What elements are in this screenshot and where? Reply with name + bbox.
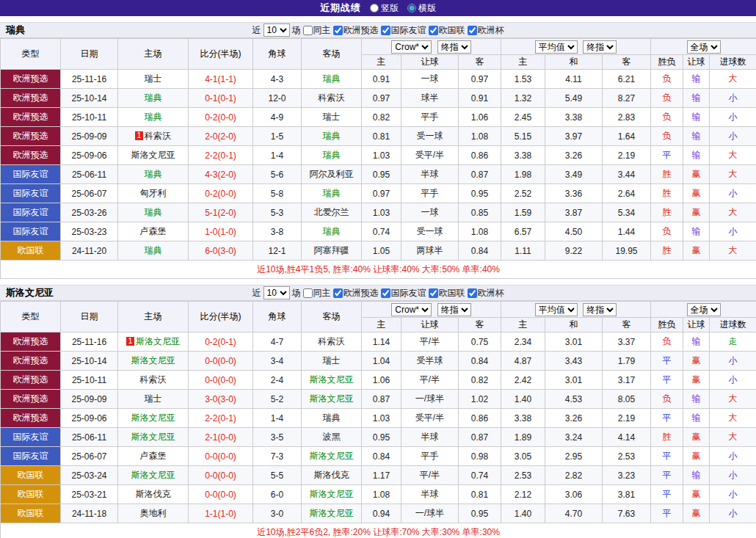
view-option-vertical[interactable]: 竖版 [370, 2, 399, 15]
result-goals: 小 [710, 184, 756, 203]
sub-header-away-odds: 客 [459, 55, 501, 70]
bookmaker-select[interactable]: Crow* [391, 40, 432, 54]
crown-away-odds: 1.08 [459, 222, 501, 241]
crown-handicap: 受平/半 [401, 146, 459, 165]
filter-toggle-euro-cup[interactable]: 欧洲杯 [468, 287, 504, 299]
score: 4-3(2-0) [189, 165, 253, 184]
away-team: 瑞典 [302, 127, 362, 146]
sub-header-avg-away: 客 [603, 318, 651, 332]
filter-toggle-euro-qualifier[interactable]: 欧洲预选 [333, 24, 379, 37]
result-outcome: 平 [651, 504, 683, 523]
filter-checkbox[interactable] [468, 288, 477, 298]
match-row: 欧洲预选25-09-091科索沃2-0(2-0)1-5瑞典0.81受一球1.08… [1, 127, 756, 146]
filter-label: 国际友谊 [391, 24, 426, 37]
filter-checkbox[interactable] [333, 26, 343, 35]
filter-toggle-euro-cup[interactable]: 欧洲杯 [468, 24, 504, 37]
filter-checkbox[interactable] [381, 26, 390, 35]
filter-label: 国际友谊 [391, 287, 426, 299]
crown-handicap: 半球 [401, 165, 459, 184]
match-date: 25-03-21 [61, 485, 118, 504]
crown-away-odds: 0.97 [459, 70, 501, 89]
corners: 5-3 [253, 203, 302, 222]
crown-handicap: 一/球半 [401, 504, 459, 523]
match-row: 欧洲预选25-09-09瑞士3-0(3-0)5-2斯洛文尼亚0.87一/球半1.… [1, 390, 756, 409]
away-team: 瑞士 [302, 352, 362, 371]
away-team: 斯洛伐克 [302, 466, 362, 485]
avg-draw-odds: 3.01 [545, 371, 603, 390]
match-count-select[interactable]: 10 [263, 23, 290, 37]
result-handicap: 输 [683, 390, 710, 409]
avg-draw-odds: 3.97 [545, 127, 603, 146]
same-home-checkbox[interactable] [303, 26, 313, 35]
match-row: 国际友谊25-06-07卢森堡0-0(0-0)7-3斯洛文尼亚0.84平手0.9… [1, 447, 756, 466]
avg-home-odds: 3.38 [501, 409, 545, 428]
avg-draw-odds: 3.36 [545, 184, 603, 203]
crown-away-odds: 1.08 [459, 127, 501, 146]
filter-toggle-nations-league[interactable]: 欧国联 [429, 24, 465, 37]
team-label: 瑞士 [145, 393, 162, 404]
view-option-horizontal[interactable]: 横版 [407, 2, 436, 15]
scope-select[interactable]: 全场 [687, 303, 721, 316]
match-date: 25-10-14 [61, 352, 118, 371]
near-label: 近 [252, 24, 261, 37]
handicap-odds-group: Crow* 终指 [362, 302, 501, 318]
filter-checkbox[interactable] [429, 26, 438, 35]
filter-checkbox[interactable] [429, 288, 438, 298]
summary-row: 近10场,胜4平1负5, 胜率:40% 让球率:40% 大率:50% 单率:40… [1, 261, 756, 279]
scope-select[interactable]: 全场 [687, 40, 721, 54]
filter-toggle-nations-league[interactable]: 欧国联 [429, 287, 465, 299]
result-outcome: 平 [651, 146, 683, 165]
home-team: 瑞士 [118, 70, 189, 89]
filter-toggle-friendly[interactable]: 国际友谊 [381, 24, 426, 37]
same-home-toggle[interactable]: 同主 [303, 287, 331, 299]
average-stage-select[interactable]: 终指 [583, 40, 617, 54]
avg-home-odds: 1.40 [501, 504, 545, 523]
score: 6-0(3-0) [189, 241, 253, 261]
result-handicap: 输 [683, 108, 710, 127]
bookmaker-select[interactable]: Crow* [391, 303, 432, 316]
avg-draw-odds: 2.95 [545, 447, 603, 466]
match-count-select[interactable]: 10 [263, 286, 290, 299]
filter-checkbox[interactable] [333, 288, 343, 298]
filter-toggle-friendly[interactable]: 国际友谊 [381, 287, 426, 299]
crown-handicap: 一球 [401, 203, 459, 222]
result-goals: 大 [710, 241, 756, 261]
corners: 5-8 [253, 184, 302, 203]
same-home-checkbox[interactable] [303, 288, 313, 298]
handicap-stage-select[interactable]: 终指 [437, 40, 471, 54]
filter-toggle-euro-qualifier[interactable]: 欧洲预选 [333, 287, 379, 299]
team-label: 瑞典 [145, 92, 162, 103]
away-team: 斯洛文尼亚 [302, 447, 362, 466]
result-goals: 走 [710, 332, 756, 352]
match-row: 欧洲预选25-11-161斯洛文尼亚0-2(0-1)4-7科索沃1.14平/半0… [1, 332, 756, 352]
score: 5-1(2-0) [189, 203, 253, 222]
filter-checkbox[interactable] [468, 26, 477, 35]
match-row: 欧洲预选25-10-11瑞典0-2(0-0)4-9瑞士0.82平手1.062.4… [1, 108, 756, 127]
red-card-badge: 1 [135, 131, 143, 140]
avg-draw-odds: 2.82 [545, 466, 603, 485]
avg-away-odds: 6.21 [603, 70, 651, 89]
avg-away-odds: 19.95 [603, 241, 651, 261]
handicap-stage-select[interactable]: 终指 [437, 303, 471, 316]
score: 1-0(1-0) [189, 222, 253, 241]
average-select[interactable]: 平均值 [535, 40, 578, 54]
avg-home-odds: 1.40 [501, 390, 545, 409]
col-header-score: 比分(半场) [189, 39, 253, 70]
sub-header-handicap-result: 让球 [683, 318, 710, 332]
average-select[interactable]: 平均值 [535, 303, 578, 316]
result-outcome: 平 [651, 485, 683, 504]
league-type: 欧洲预选 [1, 371, 61, 390]
same-home-toggle[interactable]: 同主 [303, 24, 331, 37]
crown-away-odds: 0.82 [459, 371, 501, 390]
away-team: 斯洛文尼亚 [302, 485, 362, 504]
view-radio-horizontal[interactable] [407, 4, 416, 12]
filter-checkbox[interactable] [381, 288, 390, 298]
result-goals: 小 [710, 447, 756, 466]
avg-home-odds: 2.34 [501, 332, 545, 352]
home-team: 卢森堡 [118, 447, 189, 466]
result-goals: 小 [710, 222, 756, 241]
view-radio-vertical[interactable] [370, 4, 379, 12]
average-stage-select[interactable]: 终指 [583, 303, 617, 316]
result-handicap: 赢 [683, 184, 710, 203]
match-row: 欧洲预选25-10-14斯洛文尼亚0-0(0-0)3-4瑞士1.04受半球0.8… [1, 352, 756, 371]
